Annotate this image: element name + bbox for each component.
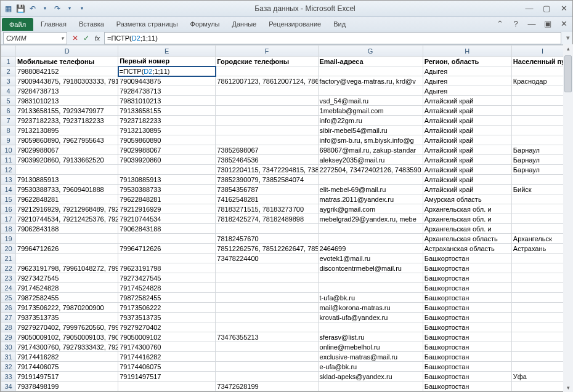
cell[interactable]: 79174406075 xyxy=(16,362,118,372)
cell[interactable]: 79373513735 xyxy=(118,313,216,322)
cell[interactable]: Адыгея xyxy=(423,86,511,96)
row-header[interactable]: 31 xyxy=(1,352,16,362)
cell[interactable]: 78612007123, 78612007124, 7861 xyxy=(216,76,318,86)
formula-input[interactable]: =ПСТР(D2;1;11) xyxy=(104,32,561,44)
cell[interactable]: 79174524828 xyxy=(16,283,118,293)
cell[interactable]: info@22gm.ru xyxy=(318,116,423,126)
cell[interactable]: 79059860890 xyxy=(118,135,216,145)
row-header[interactable]: 9 xyxy=(1,135,16,145)
cell[interactable]: 79373513735 xyxy=(16,313,118,322)
cell[interactable] xyxy=(318,175,423,185)
cell[interactable]: info@sm-b.ru, sm.biysk.info@g xyxy=(318,135,423,145)
cell[interactable]: Башкортостан xyxy=(423,254,511,263)
cell[interactable] xyxy=(318,66,423,76)
tab-formulas[interactable]: Формулы xyxy=(184,17,226,31)
cell[interactable]: Алтайский край xyxy=(423,165,511,175)
cell[interactable]: Мобильные телефоны xyxy=(16,57,118,66)
tab-page-layout[interactable]: Разметка страницы xyxy=(110,17,184,31)
cell[interactable]: 79009443875 xyxy=(118,76,216,86)
row-header[interactable]: 3 xyxy=(1,76,16,86)
row-header[interactable]: 8 xyxy=(1,126,16,135)
cell[interactable] xyxy=(318,234,423,244)
cell[interactable]: Башкортостан xyxy=(423,303,511,313)
row-header[interactable]: 12 xyxy=(1,165,16,175)
col-header-E[interactable]: E xyxy=(118,46,216,57)
cell[interactable]: 79279270402 xyxy=(118,322,216,332)
minimize-button[interactable]: — xyxy=(523,4,535,14)
cell[interactable] xyxy=(16,165,118,175)
cell[interactable]: Алтайский край xyxy=(423,106,511,116)
cell[interactable]: 79062843188 xyxy=(118,224,216,234)
row-header[interactable]: 25 xyxy=(1,293,16,303)
cell[interactable]: t-ufa@bk.ru xyxy=(318,293,423,303)
cell[interactable]: Адыгея xyxy=(423,66,511,76)
redo-menu-icon[interactable]: ▾ xyxy=(65,4,75,14)
cell[interactable] xyxy=(216,372,318,382)
cell[interactable] xyxy=(118,165,216,175)
cell[interactable]: 79059860890, 79627955643 xyxy=(16,135,118,145)
cell[interactable]: Башкортостан xyxy=(423,273,511,283)
tab-home[interactable]: Главная xyxy=(35,17,73,31)
cell[interactable]: 79132130895 xyxy=(118,126,216,135)
cell[interactable]: 79880842152 xyxy=(16,66,118,76)
cell[interactable] xyxy=(216,362,318,372)
cell[interactable]: Регион, область xyxy=(423,57,511,66)
tab-data[interactable]: Данные xyxy=(226,17,262,31)
help-icon[interactable]: ? xyxy=(510,19,522,29)
cell[interactable]: exclusive-matras@mail.ru xyxy=(318,352,423,362)
cell[interactable]: Башкортостан xyxy=(423,352,511,362)
cell[interactable] xyxy=(216,263,318,273)
cell[interactable]: Алтайский край xyxy=(423,96,511,106)
cell[interactable]: 79174300760 xyxy=(118,342,216,352)
name-box[interactable]: СУММ ▾ xyxy=(3,32,67,44)
cell[interactable]: Башкортостан xyxy=(423,322,511,332)
cell[interactable]: 79132130895 xyxy=(16,126,118,135)
cell[interactable] xyxy=(216,116,318,126)
row-header[interactable]: 21 xyxy=(1,254,16,263)
cell[interactable]: Башкортостан xyxy=(423,382,511,391)
cell[interactable]: 73852698067 xyxy=(216,145,318,155)
cell[interactable] xyxy=(216,293,318,303)
cell[interactable] xyxy=(216,86,318,96)
cell[interactable]: discontcentrmebel@mail.ru xyxy=(318,263,423,273)
cell[interactable]: 73852390079, 73852584074 xyxy=(216,175,318,185)
cell[interactable]: 79212916929, 79212968489, 7921 xyxy=(16,204,118,214)
select-all-corner[interactable] xyxy=(1,46,16,57)
scroll-down-icon[interactable]: ▾ xyxy=(563,385,573,391)
cell[interactable] xyxy=(216,224,318,234)
cell[interactable]: 79530388733, 79609401888 xyxy=(16,185,118,194)
cell[interactable]: 79964712626 xyxy=(16,244,118,254)
cell[interactable] xyxy=(216,126,318,135)
cell[interactable]: 79174416282 xyxy=(118,352,216,362)
cell[interactable]: 79279270402, 79997620560, 7999 xyxy=(16,322,118,332)
cell[interactable]: Башкортостан xyxy=(423,332,511,342)
cell[interactable]: 78182457670 xyxy=(216,234,318,244)
cell[interactable]: 1mebfab@gmail.com xyxy=(318,106,423,116)
fx-icon[interactable]: fx xyxy=(92,33,103,44)
cell[interactable] xyxy=(318,86,423,96)
cell[interactable]: sklad-apeks@yandex.ru xyxy=(318,372,423,382)
cell[interactable] xyxy=(216,352,318,362)
row-header[interactable]: 22 xyxy=(1,263,16,273)
cell[interactable]: vsd_54@mail.ru xyxy=(318,96,423,106)
row-header[interactable]: 13 xyxy=(1,175,16,185)
cell[interactable]: Амурская область xyxy=(423,194,511,204)
cell[interactable] xyxy=(16,234,118,244)
cell[interactable]: 73854356787 xyxy=(216,185,318,194)
row-header[interactable]: 5 xyxy=(1,96,16,106)
cell[interactable] xyxy=(318,224,423,234)
cell[interactable]: 79378498199 xyxy=(16,382,118,391)
scroll-thumb[interactable] xyxy=(564,55,572,92)
cell[interactable]: 79174300760, 79279333432, 7927 xyxy=(16,342,118,352)
cell[interactable]: Алтайский край xyxy=(423,175,511,185)
cell[interactable] xyxy=(216,66,318,76)
cancel-formula-icon[interactable]: ✕ xyxy=(70,33,81,44)
row-header[interactable]: 7 xyxy=(1,116,16,126)
cell[interactable]: evotek1@mail.ru xyxy=(318,254,423,263)
redo-icon[interactable]: ↷ xyxy=(52,4,62,14)
cell[interactable]: Архангельская обл. и xyxy=(423,224,511,234)
workbook-restore-icon[interactable]: ▣ xyxy=(542,19,554,29)
cell[interactable]: mail@korona-matras.ru xyxy=(318,303,423,313)
cell[interactable]: 79623191798, 79961048272, 7996 xyxy=(16,263,118,273)
cell[interactable]: 73472628199 xyxy=(216,382,318,391)
